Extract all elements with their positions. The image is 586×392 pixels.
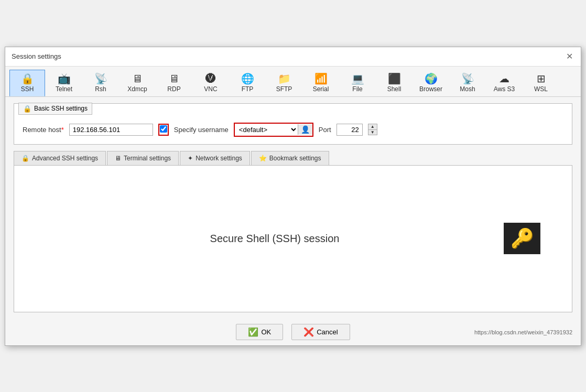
session-settings-dialog: Session settings ✕ 🔒SSH📺Telnet📡Rsh🖥Xdmcp… xyxy=(5,47,581,346)
mosh-tab-label: Mosh xyxy=(460,85,475,93)
aws_s3-tab-icon: ☁ xyxy=(499,73,509,84)
ssh-tab-icon: 🔒 xyxy=(21,73,34,84)
ftp-tab-label: FTP xyxy=(242,85,254,93)
mosh-tab-icon: 📡 xyxy=(461,73,474,84)
shell-tab-icon: ⬛ xyxy=(388,73,401,84)
network-subtab-icon: ✦ xyxy=(188,155,193,162)
sftp-tab-label: SFTP xyxy=(276,85,292,93)
required-marker: * xyxy=(61,126,64,134)
protocol-tab-ftp[interactable]: 🌐FTP xyxy=(230,70,265,96)
bookmark-subtab-icon: ⭐ xyxy=(259,155,267,162)
aws_s3-tab-label: Aws S3 xyxy=(494,85,515,93)
specify-username-label: Specify username xyxy=(174,126,229,134)
protocol-tab-file[interactable]: 💻File xyxy=(340,70,375,96)
user-icon-button[interactable]: 👤 xyxy=(298,124,312,135)
protocol-tab-aws_s3[interactable]: ☁Aws S3 xyxy=(486,70,522,96)
title-bar: Session settings ✕ xyxy=(5,47,581,67)
remote-host-input[interactable] xyxy=(69,124,153,136)
port-increment-button[interactable]: ▲ xyxy=(368,124,377,129)
protocol-tab-sftp[interactable]: 📁SFTP xyxy=(266,70,302,96)
telnet-tab-label: Telnet xyxy=(56,85,72,93)
file-tab-icon: 💻 xyxy=(351,73,364,84)
xdmcp-tab-icon: 🖥 xyxy=(132,73,143,84)
key-icon-box: 🔑 xyxy=(504,223,540,254)
wsl-tab-icon: ⊞ xyxy=(537,73,546,84)
basic-settings-body: Remote host* Specify username <default>r… xyxy=(14,115,572,144)
browser-tab-label: Browser xyxy=(419,85,442,93)
wsl-tab-label: WSL xyxy=(534,85,548,93)
port-input[interactable] xyxy=(337,124,363,136)
footer-url: https://blog.csdn.net/weixin_47391932 xyxy=(474,329,572,335)
vnc-tab-label: VNC xyxy=(204,85,217,93)
protocol-tab-vnc[interactable]: 🅥VNC xyxy=(193,70,229,96)
basic-settings-label: Basic SSH settings xyxy=(34,105,88,112)
protocol-tabs-bar: 🔒SSH📺Telnet📡Rsh🖥Xdmcp🖥RDP🅥VNC🌐FTP📁SFTP📶S… xyxy=(5,67,581,97)
telnet-tab-icon: 📺 xyxy=(58,73,71,84)
protocol-tab-serial[interactable]: 📶Serial xyxy=(303,70,339,96)
browser-tab-icon: 🌍 xyxy=(425,73,438,84)
sub-tab-advanced_ssh[interactable]: 🔒Advanced SSH settings xyxy=(14,151,106,165)
footer-buttons: ✅ OK ❌ Cancel xyxy=(236,324,350,340)
remote-host-label: Remote host* xyxy=(23,126,64,134)
username-dropdown[interactable]: <default>rootadminuser xyxy=(235,124,298,136)
cancel-label: Cancel xyxy=(317,328,338,336)
cancel-button[interactable]: ❌ Cancel xyxy=(291,324,350,340)
content-panel: Secure Shell (SSH) session 🔑 xyxy=(14,166,572,312)
specify-username-checkbox-wrapper xyxy=(158,124,169,136)
sub-tab-network[interactable]: ✦Network settings xyxy=(180,151,250,165)
advanced_ssh-subtab-icon: 🔒 xyxy=(21,155,29,162)
key-icon: 🔑 xyxy=(511,227,534,249)
network-subtab-label: Network settings xyxy=(196,155,242,162)
ftp-tab-icon: 🌐 xyxy=(241,73,254,84)
username-dropdown-wrapper: <default>rootadminuser 👤 xyxy=(234,123,313,137)
close-button[interactable]: ✕ xyxy=(564,51,574,62)
port-label: Port xyxy=(319,126,331,134)
dialog-title: Session settings xyxy=(12,52,61,60)
sftp-tab-icon: 📁 xyxy=(278,73,291,84)
advanced_ssh-subtab-label: Advanced SSH settings xyxy=(32,155,98,162)
sub-tab-terminal[interactable]: 🖥Terminal settings xyxy=(107,151,179,165)
session-label: Secure Shell (SSH) session xyxy=(210,233,340,245)
shell-tab-label: Shell xyxy=(387,85,401,93)
terminal-subtab-icon: 🖥 xyxy=(115,155,121,162)
protocol-tab-mosh[interactable]: 📡Mosh xyxy=(450,70,485,96)
sub-tab-bookmark[interactable]: ⭐Bookmark settings xyxy=(251,151,329,165)
basic-ssh-settings-group: 🔒 Basic SSH settings Remote host* Specif… xyxy=(14,103,572,145)
specify-username-checkbox[interactable] xyxy=(160,125,167,133)
bookmark-subtab-label: Bookmark settings xyxy=(269,155,321,162)
rsh-tab-icon: 📡 xyxy=(94,73,107,84)
rsh-tab-label: Rsh xyxy=(95,85,106,93)
vnc-tab-icon: 🅥 xyxy=(205,73,216,84)
port-spinners: ▲ ▼ xyxy=(368,124,377,135)
xdmcp-tab-label: Xdmcp xyxy=(127,85,147,93)
serial-tab-icon: 📶 xyxy=(314,73,328,84)
basic-settings-icon: 🔒 xyxy=(23,105,31,113)
protocol-tab-browser[interactable]: 🌍Browser xyxy=(413,70,449,96)
protocol-tab-rsh[interactable]: 📡Rsh xyxy=(83,70,118,96)
port-decrement-button[interactable]: ▼ xyxy=(368,129,377,135)
protocol-tab-wsl[interactable]: ⊞WSL xyxy=(523,70,559,96)
protocol-tab-telnet[interactable]: 📺Telnet xyxy=(46,70,82,96)
footer: ✅ OK ❌ Cancel https://blog.csdn.net/weix… xyxy=(5,319,581,345)
serial-tab-label: Serial xyxy=(313,85,329,93)
ok-button[interactable]: ✅ OK xyxy=(236,324,283,340)
ssh-tab-label: SSH xyxy=(21,85,34,93)
file-tab-label: File xyxy=(352,85,362,93)
terminal-subtab-label: Terminal settings xyxy=(124,155,171,162)
cancel-icon: ❌ xyxy=(303,327,314,337)
rdp-tab-label: RDP xyxy=(167,85,180,93)
main-content: 🔒 Basic SSH settings Remote host* Specif… xyxy=(5,97,581,319)
ok-icon: ✅ xyxy=(248,327,258,337)
protocol-tab-rdp[interactable]: 🖥RDP xyxy=(156,70,192,96)
ok-label: OK xyxy=(261,328,271,336)
protocol-tab-shell[interactable]: ⬛Shell xyxy=(376,70,412,96)
sub-tabs-bar: 🔒Advanced SSH settings🖥Terminal settings… xyxy=(14,151,572,166)
rdp-tab-icon: 🖥 xyxy=(169,73,179,84)
basic-settings-title: 🔒 Basic SSH settings xyxy=(18,103,92,115)
protocol-tab-xdmcp[interactable]: 🖥Xdmcp xyxy=(120,70,155,96)
protocol-tab-ssh[interactable]: 🔒SSH xyxy=(9,70,45,96)
